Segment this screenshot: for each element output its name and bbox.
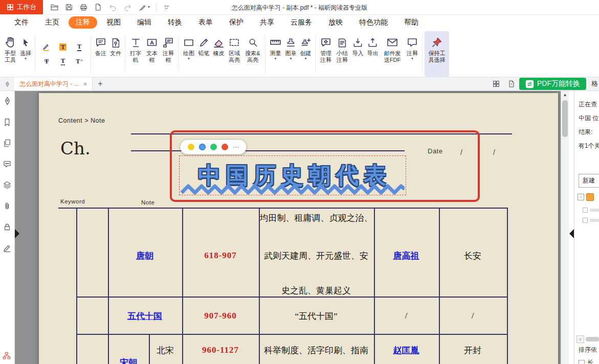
right-panel-expand-handle[interactable]: [569, 229, 574, 238]
menu-item-protect[interactable]: 保护: [222, 16, 251, 29]
note-button[interactable]: 备注: [93, 31, 108, 77]
hand-tool-button[interactable]: 手型工具: [2, 31, 18, 77]
dynasty-link[interactable]: 宋朝: [120, 357, 137, 364]
founder-link[interactable]: 唐高祖: [393, 250, 419, 262]
filter-checkbox[interactable]: [579, 360, 585, 364]
pages-icon[interactable]: [3, 139, 12, 148]
scroll-up-button[interactable]: ▲: [561, 91, 569, 99]
close-icon[interactable]: ×: [83, 80, 87, 88]
dynasty-link[interactable]: 唐朝: [136, 250, 153, 262]
bookmark-icon[interactable]: [3, 118, 12, 127]
pencil-button[interactable]: 铅笔: [196, 31, 211, 77]
scroll-left-button[interactable]: ‹: [576, 335, 584, 343]
paperclip-icon[interactable]: [3, 201, 12, 211]
menu-item-edit[interactable]: 编辑: [130, 16, 159, 29]
structure-tree-icon[interactable]: [2, 351, 11, 362]
doc-title-textbox[interactable]: 中国历史朝代表: [179, 155, 406, 195]
measure-button[interactable]: 测量 ▾: [268, 31, 283, 77]
text-squiggly-button[interactable]: T: [56, 55, 70, 67]
session-doc-icon[interactable]: [504, 80, 519, 88]
eraser-label: 橡皮: [213, 50, 225, 57]
color-dot-blue[interactable]: [199, 144, 206, 150]
dynasty-link[interactable]: 五代十国: [127, 310, 162, 322]
quick-sign-icon[interactable]: ▾: [138, 3, 150, 12]
attach-file-button[interactable]: 文件: [108, 31, 123, 77]
manage-comments-button[interactable]: 管理注释: [318, 31, 334, 77]
comment-panel-icon[interactable]: [3, 160, 12, 169]
comments-dropdown-button[interactable]: 注释 ▾: [405, 31, 420, 77]
menu-item-file[interactable]: 文件: [7, 16, 36, 29]
menu-item-features[interactable]: 特色功能: [352, 16, 395, 29]
draw-shapes-button[interactable]: 绘图 ▾: [181, 31, 196, 77]
capital-cell: 长安: [464, 250, 481, 262]
text-strikeout-button[interactable]: T: [39, 55, 54, 67]
customize-toolbar-icon[interactable]: [163, 4, 170, 11]
textbox-button[interactable]: 文本框: [144, 31, 160, 77]
area-highlight-button[interactable]: 区域高亮: [226, 31, 242, 77]
new-button[interactable]: 新建: [579, 174, 599, 188]
menu-item-form[interactable]: 表单: [191, 16, 220, 29]
print-icon[interactable]: [79, 3, 88, 12]
export-comments-button[interactable]: 导出: [365, 31, 380, 77]
pen-nib-icon[interactable]: [0, 81, 14, 87]
new-tab-button[interactable]: +: [93, 79, 107, 88]
result-checkbox[interactable]: [583, 208, 588, 213]
keep-tool-selected-button[interactable]: 保持工具选择: [425, 31, 449, 77]
annotation-nib-icon[interactable]: [3, 96, 12, 106]
menu-item-cloud[interactable]: 云服务: [283, 16, 319, 29]
save-icon[interactable]: [65, 3, 73, 11]
text-insert-button[interactable]: T^: [72, 55, 86, 67]
tree-collapse-icon[interactable]: −: [578, 194, 584, 200]
stamp-button[interactable]: 图章 ▾: [283, 31, 298, 77]
menu-item-view[interactable]: 视图: [99, 16, 128, 29]
scrollbar-thumb[interactable]: [562, 100, 568, 137]
menu-item-convert[interactable]: 转换: [161, 16, 189, 29]
menu-item-comment[interactable]: 注释: [69, 16, 97, 29]
search-highlight-button[interactable]: 搜索&高亮: [242, 31, 263, 77]
grid-view-icon[interactable]: [489, 80, 504, 88]
hscrollbar-thumb[interactable]: [586, 337, 599, 342]
open-file-icon[interactable]: [50, 3, 59, 12]
create-stamp-button[interactable]: 创建 ▾: [298, 31, 313, 77]
pdf-convert-button[interactable]: PDF万能转换: [519, 78, 586, 90]
vertical-scrollbar[interactable]: ▲: [561, 91, 569, 364]
page-preview-icon[interactable]: [94, 3, 102, 11]
result-list-item[interactable]: [583, 218, 599, 223]
color-dot-red[interactable]: [221, 144, 228, 150]
founder-link[interactable]: 赵匡胤: [393, 345, 419, 356]
select-tool-button[interactable]: 选择 ▾: [18, 31, 33, 77]
workspace-button[interactable]: 工作台: [0, 0, 43, 14]
menu-item-help[interactable]: 帮助: [397, 16, 426, 29]
panel-horizontal-scrollbar[interactable]: ‹: [576, 335, 599, 343]
pushpin-cursor-icon: [431, 34, 443, 49]
left-panel-expand-handle[interactable]: [15, 229, 19, 238]
layers-icon[interactable]: [3, 180, 12, 190]
signature-pen-icon[interactable]: [3, 243, 12, 253]
typewriter-button[interactable]: 打字机: [127, 31, 144, 77]
highlight-pen-button[interactable]: [39, 41, 54, 53]
menu-item-share[interactable]: 共享: [253, 16, 281, 29]
lock-icon[interactable]: [3, 222, 12, 232]
text-highlight-button[interactable]: T: [56, 41, 70, 53]
eraser-button[interactable]: 橡皮: [211, 31, 226, 77]
result-list-item[interactable]: [583, 208, 599, 213]
textbox-icon: [146, 34, 158, 49]
text-underline-button[interactable]: T: [72, 41, 86, 53]
more-colors-button[interactable]: ⋯: [233, 144, 239, 150]
filter-checkbox-row[interactable]: 长: [579, 358, 593, 364]
import-comments-button[interactable]: 导入: [350, 31, 365, 77]
result-text-bar: [590, 219, 599, 222]
menu-item-home[interactable]: 主页: [38, 16, 66, 29]
table-line-vertical: [259, 208, 260, 364]
document-tab[interactable]: 怎么面对高中学习 - ... ×: [14, 77, 93, 90]
color-dot-green[interactable]: [210, 144, 217, 150]
callout-button[interactable]: 注释框: [160, 31, 176, 77]
summarize-comments-button[interactable]: 小结注释: [334, 31, 350, 77]
redo-icon[interactable]: [123, 3, 132, 12]
email-fdf-button[interactable]: 邮件发送FDF: [380, 31, 405, 77]
result-checkbox[interactable]: [583, 218, 588, 223]
menu-item-play[interactable]: 放映: [321, 16, 350, 29]
results-tree-item[interactable]: −: [578, 193, 594, 201]
undo-icon[interactable]: [108, 3, 117, 12]
color-dot-yellow[interactable]: [188, 144, 194, 150]
